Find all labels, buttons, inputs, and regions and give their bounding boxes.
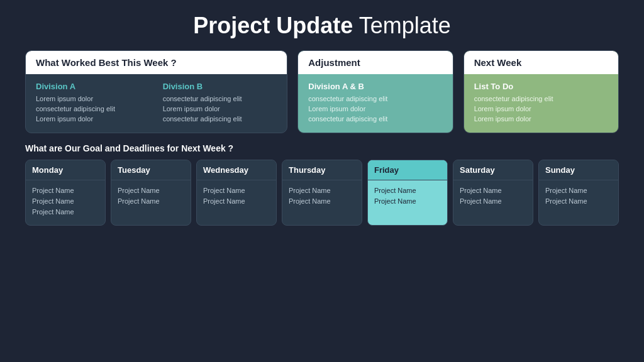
section-subtitle: What are Our Goal and Deadlines for Next…: [25, 143, 619, 153]
day-header-sunday: Sunday: [539, 160, 618, 180]
adjustment-item-3: consectetur adipiscing elit: [308, 115, 442, 123]
division-b-item-2: Lorem ipsum dolor: [163, 105, 277, 112]
project-item: Project Name: [545, 197, 612, 205]
project-item: Project Name: [32, 197, 99, 205]
card-next-header: Next Week: [464, 51, 618, 74]
next-division-title: List To Do: [474, 82, 608, 91]
project-item: Project Name: [118, 187, 184, 194]
adjustment-division-title: Division A & B: [308, 82, 442, 91]
day-card-sunday: SundayProject NameProject Name: [538, 160, 619, 226]
day-body-friday: Project NameProject Name: [368, 180, 447, 214]
adjustment-item-1: consectetur adipiscing elit: [308, 95, 442, 102]
project-item: Project Name: [460, 197, 526, 205]
division-a-item-3: Lorem ipsum dolor: [36, 115, 150, 123]
next-item-3: Lorem ipsum dolor: [474, 115, 608, 123]
project-item: Project Name: [203, 187, 270, 194]
project-item: Project Name: [374, 197, 441, 205]
day-body-wednesday: Project NameProject Name: [197, 180, 276, 214]
day-card-tuesday: TuesdayProject NameProject Name: [111, 160, 191, 226]
project-item: Project Name: [289, 187, 355, 194]
division-a-title: Division A: [36, 82, 150, 91]
project-item: Project Name: [289, 197, 355, 205]
top-section: What Worked Best This Week ? Division A …: [25, 50, 619, 133]
day-body-thursday: Project NameProject Name: [282, 180, 362, 214]
day-header-friday: Friday: [368, 160, 447, 180]
division-b-col: Division B consectetur adipiscing elit L…: [163, 82, 277, 125]
day-body-tuesday: Project NameProject Name: [111, 180, 191, 214]
day-body-saturday: Project NameProject Name: [453, 180, 533, 214]
weekly-grid: MondayProject NameProject NameProject Na…: [25, 160, 619, 226]
project-item: Project Name: [374, 187, 441, 194]
project-item: Project Name: [118, 197, 184, 205]
card-worked: What Worked Best This Week ? Division A …: [25, 50, 287, 133]
division-a-col: Division A Lorem ipsum dolor consectetur…: [36, 82, 150, 125]
card-worked-body: Division A Lorem ipsum dolor consectetur…: [26, 74, 287, 133]
page-title: Project Update Template: [25, 13, 619, 39]
project-item: Project Name: [32, 187, 99, 194]
division-a-item-2: consectetur adipiscing elit: [36, 105, 150, 112]
division-b-item-1: consectetur adipiscing elit: [163, 95, 277, 102]
project-item: Project Name: [32, 208, 99, 216]
day-card-monday: MondayProject NameProject NameProject Na…: [25, 160, 106, 226]
day-body-sunday: Project NameProject Name: [539, 180, 618, 214]
project-item: Project Name: [545, 187, 612, 194]
adjustment-item-2: Lorem ipsum dolor: [308, 105, 442, 112]
next-item-2: Lorem ipsum dolor: [474, 105, 608, 112]
project-item: Project Name: [203, 197, 270, 205]
card-worked-header: What Worked Best This Week ?: [26, 51, 287, 74]
day-card-saturday: SaturdayProject NameProject Name: [453, 160, 533, 226]
day-header-tuesday: Tuesday: [111, 160, 191, 180]
day-header-saturday: Saturday: [453, 160, 533, 180]
card-adjustment: Adjustment Division A & B consectetur ad…: [297, 50, 453, 133]
division-b-item-3: consectetur adipiscing elit: [163, 115, 277, 123]
card-next-week: Next Week List To Do consectetur adipisc…: [464, 50, 619, 133]
division-b-title: Division B: [163, 82, 277, 91]
card-adjustment-body: Division A & B consectetur adipiscing el…: [298, 74, 452, 133]
day-card-wednesday: WednesdayProject NameProject Name: [196, 160, 277, 226]
card-next-body: List To Do consectetur adipiscing elit L…: [464, 74, 618, 133]
day-body-monday: Project NameProject NameProject Name: [26, 180, 105, 225]
day-header-wednesday: Wednesday: [197, 160, 276, 180]
division-a-item-1: Lorem ipsum dolor: [36, 95, 150, 102]
day-header-monday: Monday: [26, 160, 105, 180]
day-header-thursday: Thursday: [282, 160, 362, 180]
day-card-friday: FridayProject NameProject Name: [367, 160, 448, 226]
project-item: Project Name: [460, 187, 526, 194]
day-card-thursday: ThursdayProject NameProject Name: [282, 160, 362, 226]
next-item-1: consectetur adipiscing elit: [474, 95, 608, 102]
card-adjustment-header: Adjustment: [298, 51, 452, 74]
